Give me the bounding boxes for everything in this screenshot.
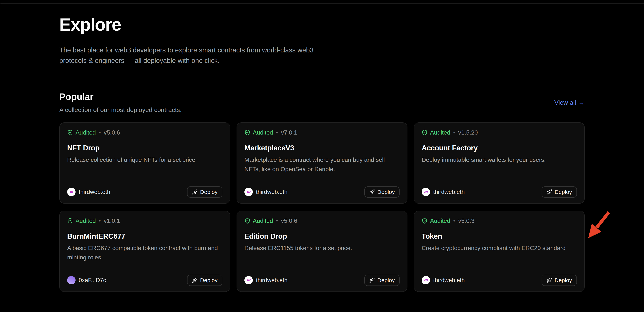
shield-check-icon bbox=[244, 218, 250, 224]
publisher-avatar bbox=[244, 188, 253, 196]
contract-title: Account Factory bbox=[422, 144, 577, 152]
card-footer: 0xaF...D7c Deploy bbox=[67, 275, 222, 286]
shield-check-icon bbox=[422, 130, 428, 136]
card-footer: thirdweb.eth Deploy bbox=[422, 186, 577, 198]
contract-title: Edition Drop bbox=[244, 232, 400, 240]
contract-description: Create cryptocurrency compliant with ERC… bbox=[422, 243, 576, 253]
publisher-link[interactable]: thirdweb.eth bbox=[422, 276, 465, 284]
audited-badge[interactable]: Audited bbox=[244, 129, 273, 136]
publisher-avatar bbox=[422, 276, 430, 284]
deploy-label: Deploy bbox=[378, 189, 395, 195]
publisher-name: thirdweb.eth bbox=[256, 277, 288, 284]
popular-heading-block: Popular A collection of our most deploye… bbox=[59, 92, 182, 114]
audited-badge[interactable]: Audited bbox=[244, 218, 273, 224]
publisher-avatar bbox=[67, 276, 76, 284]
page-title: Explore bbox=[59, 15, 585, 34]
publisher-name: thirdweb.eth bbox=[433, 277, 465, 284]
thirdweb-logo-icon bbox=[423, 277, 429, 283]
audited-badge[interactable]: Audited bbox=[67, 218, 96, 224]
publisher-name: thirdweb.eth bbox=[79, 189, 110, 195]
version-label: v1.5.20 bbox=[458, 129, 478, 136]
card-meta-row: Audited • v1.5.20 bbox=[422, 129, 577, 136]
deploy-button[interactable]: Deploy bbox=[187, 186, 222, 198]
rocket-icon bbox=[192, 189, 198, 195]
meta-separator: • bbox=[99, 129, 101, 136]
contract-grid: Audited • v5.0.6 NFT Drop Release collec… bbox=[59, 122, 585, 292]
thirdweb-logo-icon bbox=[246, 277, 252, 283]
publisher-avatar bbox=[67, 188, 76, 196]
publisher-avatar bbox=[422, 188, 430, 196]
card-footer: thirdweb.eth Deploy bbox=[67, 186, 222, 198]
publisher-link[interactable]: thirdweb.eth bbox=[422, 188, 465, 196]
thirdweb-logo-icon bbox=[423, 189, 429, 195]
audited-label: Audited bbox=[253, 129, 273, 136]
deploy-label: Deploy bbox=[555, 277, 572, 284]
contract-card[interactable]: Audited • v5.0.3 Token Create cryptocurr… bbox=[414, 211, 585, 292]
meta-separator: • bbox=[453, 218, 456, 224]
audited-label: Audited bbox=[430, 218, 450, 224]
publisher-link[interactable]: thirdweb.eth bbox=[244, 188, 288, 196]
shield-check-icon bbox=[67, 130, 73, 136]
popular-heading: Popular bbox=[59, 92, 182, 102]
contract-title: Token bbox=[422, 232, 577, 240]
deploy-button[interactable]: Deploy bbox=[542, 275, 577, 286]
meta-separator: • bbox=[276, 218, 278, 224]
popular-section-header: Popular A collection of our most deploye… bbox=[59, 92, 585, 114]
contract-card[interactable]: Audited • v5.0.6 NFT Drop Release collec… bbox=[59, 122, 230, 204]
publisher-link[interactable]: 0xaF...D7c bbox=[67, 276, 106, 284]
contract-description: Release ERC1155 tokens for a set price. bbox=[244, 243, 399, 253]
audited-label: Audited bbox=[76, 129, 96, 136]
deploy-label: Deploy bbox=[555, 189, 572, 195]
audited-label: Audited bbox=[430, 129, 450, 136]
rocket-icon bbox=[546, 189, 552, 195]
contract-description: A basic ERC677 compatible token contract… bbox=[67, 243, 222, 262]
card-meta-row: Audited • v5.0.6 bbox=[67, 129, 222, 136]
version-label: v1.0.1 bbox=[104, 218, 120, 224]
card-meta-row: Audited • v5.0.6 bbox=[244, 218, 400, 224]
left-edge-line bbox=[0, 3, 0, 246]
audited-label: Audited bbox=[253, 218, 273, 224]
arrow-right-icon: → bbox=[578, 99, 585, 106]
meta-separator: • bbox=[99, 218, 101, 224]
thirdweb-logo-icon bbox=[68, 189, 74, 195]
version-label: v7.0.1 bbox=[281, 129, 297, 136]
card-footer: thirdweb.eth Deploy bbox=[422, 275, 577, 286]
contract-card[interactable]: Audited • v1.5.20 Account Factory Deploy… bbox=[414, 122, 585, 204]
deploy-button[interactable]: Deploy bbox=[364, 186, 400, 198]
card-footer: thirdweb.eth Deploy bbox=[244, 275, 400, 286]
deploy-button[interactable]: Deploy bbox=[542, 186, 577, 198]
publisher-link[interactable]: thirdweb.eth bbox=[244, 276, 288, 284]
audited-badge[interactable]: Audited bbox=[422, 129, 450, 136]
rocket-icon bbox=[369, 189, 375, 195]
meta-separator: • bbox=[453, 129, 456, 136]
publisher-name: 0xaF...D7c bbox=[79, 277, 106, 284]
top-edge-divider bbox=[0, 3, 644, 4]
shield-check-icon bbox=[422, 218, 428, 224]
contract-card[interactable]: Audited • v5.0.6 Edition Drop Release ER… bbox=[236, 211, 408, 292]
contract-title: MarketplaceV3 bbox=[244, 144, 400, 152]
deploy-label: Deploy bbox=[200, 189, 218, 195]
rocket-icon bbox=[546, 278, 552, 283]
contract-description: Release collection of unique NFTs for a … bbox=[67, 155, 222, 164]
contract-card[interactable]: Audited • v7.0.1 MarketplaceV3 Marketpla… bbox=[236, 122, 408, 204]
meta-separator: • bbox=[276, 129, 278, 136]
contract-description: Deploy immutable smart wallets for your … bbox=[422, 155, 576, 164]
thirdweb-logo-icon bbox=[246, 189, 252, 195]
view-all-link[interactable]: View all → bbox=[554, 99, 585, 106]
rocket-icon bbox=[369, 278, 375, 283]
publisher-avatar bbox=[244, 276, 253, 284]
version-label: v5.0.3 bbox=[458, 218, 474, 224]
audited-badge[interactable]: Audited bbox=[67, 129, 96, 136]
contract-card[interactable]: Audited • v1.0.1 BurnMintERC677 A basic … bbox=[59, 211, 230, 292]
audited-badge[interactable]: Audited bbox=[422, 218, 450, 224]
popular-subheading: A collection of our most deployed contra… bbox=[59, 106, 182, 114]
card-meta-row: Audited • v5.0.3 bbox=[422, 218, 577, 224]
shield-check-icon bbox=[67, 218, 73, 224]
deploy-button[interactable]: Deploy bbox=[187, 275, 222, 286]
publisher-link[interactable]: thirdweb.eth bbox=[67, 188, 110, 196]
main-content: Explore The best place for web3 develope… bbox=[59, 4, 585, 292]
contract-description: Marketplace is a contract where you can … bbox=[244, 155, 399, 174]
deploy-button[interactable]: Deploy bbox=[364, 275, 400, 286]
version-label: v5.0.6 bbox=[281, 218, 297, 224]
page-subtitle: The best place for web3 developers to ex… bbox=[59, 45, 339, 66]
